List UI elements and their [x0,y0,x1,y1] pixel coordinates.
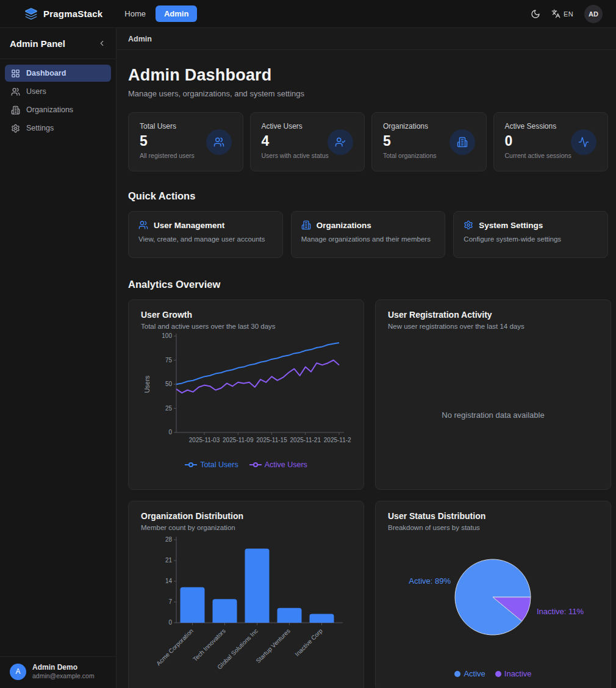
pie-chart-svg: Active: 89%Inactive: 11% [388,531,598,662]
brand-name: PragmaStack [43,9,102,19]
users-icon [11,87,20,96]
stat-card-active-users: Active Users 4 Users with active status [250,112,365,171]
activity-icon [571,129,596,155]
user-status-pie-chart: Active: 89%Inactive: 11%ActiveInactive [388,531,598,681]
svg-text:Inactive: 11%: Inactive: 11% [537,607,584,616]
quick-actions-grid: User Management View, create, and manage… [128,211,608,258]
quick-action-organizations[interactable]: Organizations Manage organizations and t… [291,211,446,258]
legend-item[interactable]: Total Users [185,460,238,469]
sidebar-item-label: Users [26,87,46,96]
language-selector-button[interactable]: EN [551,9,573,18]
analytics-heading: Analytics Overview [128,279,608,290]
registration-activity-chart: No registration data available [388,330,598,479]
user-growth-card: User Growth Total and active users over … [128,299,364,490]
languages-icon [551,9,560,18]
sidebar-user-section[interactable]: A Admin Demo admin@example.com [0,656,116,688]
theme-toggle-button[interactable] [531,9,540,19]
sidebar-item-label: Settings [26,124,54,132]
legend-label: Active [464,669,485,678]
sidebar-item-organizations[interactable]: Organizations [5,101,111,118]
nav-link-admin[interactable]: Admin [156,5,197,22]
sidebar-user-email: admin@example.com [32,672,95,681]
sidebar-title: Admin Panel [10,38,65,49]
legend-dot-icon [454,671,460,677]
quick-action-description: View, create, and manage user accounts [138,235,273,243]
chart-subtitle: Breakdown of users by status [388,524,598,531]
quick-action-description: Configure system-wide settings [464,235,598,243]
layers-logo-icon [24,7,38,21]
svg-text:25: 25 [165,405,173,412]
chart-subtitle: New user registrations over the last 14 … [388,323,598,330]
building-icon [301,220,311,230]
quick-action-title: User Management [154,221,224,230]
svg-text:14: 14 [165,578,173,584]
line-chart-legend: Total UsersActive Users [141,460,351,469]
legend-dot-icon [495,671,501,677]
chart-title: User Growth [141,310,351,320]
legend-item[interactable]: Active Users [249,460,307,469]
svg-text:Acme Corporation: Acme Corporation [155,628,195,667]
sidebar-item-settings[interactable]: Settings [5,120,111,137]
top-navbar: PragmaStack Home Admin EN AD [0,0,616,28]
org-distribution-bar-chart: 07142128Acme CorporationTech InnovatorsG… [141,531,351,681]
svg-text:75: 75 [165,357,173,364]
quick-action-user-management[interactable]: User Management View, create, and manage… [128,211,283,258]
page-title: Admin Dashboard [128,66,608,85]
building-icon [449,129,475,155]
sidebar-item-label: Organizations [26,106,73,114]
svg-text:Inactive Corp: Inactive Corp [293,627,324,658]
empty-state-message: No registration data available [388,410,598,420]
sidebar-item-label: Dashboard [26,69,66,77]
legend-label: Total Users [200,460,238,469]
stat-card-active-sessions: Active Sessions 0 Current active session… [493,112,609,171]
line-chart-svg: 02550751002025-11-032025-11-092025-11-15… [141,330,351,457]
bar-chart-svg: 07142128Acme CorporationTech InnovatorsG… [141,531,351,678]
stat-card-organizations: Organizations 5 Total organizations [371,112,487,171]
svg-text:21: 21 [165,557,173,564]
svg-text:Users: Users [143,375,151,393]
quick-actions-heading: Quick Actions [128,190,608,202]
svg-text:2025-11-27: 2025-11-27 [324,437,351,443]
legend-line-marker-icon [185,462,197,468]
svg-text:50: 50 [165,381,173,387]
nav-link-home[interactable]: Home [118,5,152,22]
chart-title: User Status Distribution [388,511,598,521]
users-icon [138,220,148,230]
language-label: EN [564,10,573,18]
svg-text:2025-11-15: 2025-11-15 [256,437,287,443]
user-growth-line-chart: 02550751002025-11-032025-11-092025-11-15… [141,330,351,479]
main-content: Admin Admin Dashboard Manage users, orga… [116,28,616,688]
gear-icon [11,124,20,133]
svg-text:Tech Innovators: Tech Innovators [192,628,227,663]
sidebar-user-name: Admin Demo [32,663,95,673]
legend-label: Active Users [265,460,307,469]
main-nav: Home Admin [118,5,197,22]
sidebar-item-users[interactable]: Users [5,83,111,100]
sidebar-item-dashboard[interactable]: Dashboard [5,65,111,82]
stats-grid: Total Users 5 All registered users Activ… [128,112,608,171]
svg-text:28: 28 [165,536,173,543]
svg-text:0: 0 [168,429,172,435]
admin-sidebar: Admin Panel Dashboard [0,28,116,688]
users-icon [206,129,232,155]
quick-action-system-settings[interactable]: System Settings Configure system-wide se… [453,211,608,258]
svg-text:2025-11-03: 2025-11-03 [189,437,220,443]
user-avatar-menu[interactable]: AD [584,5,603,23]
moon-icon [531,9,540,19]
legend-item[interactable]: Inactive [495,669,532,678]
navbar-actions: EN AD [531,5,603,23]
legend-item[interactable]: Active [454,669,485,678]
layout-dashboard-icon [11,69,20,78]
quick-action-title: System Settings [479,221,543,230]
quick-action-description: Manage organizations and their members [301,235,435,243]
chart-subtitle: Member count by organization [141,524,351,531]
chart-title: User Registration Activity [388,310,598,320]
pie-chart-legend: ActiveInactive [388,669,598,678]
brand[interactable]: PragmaStack [24,7,102,21]
user-check-icon [328,129,353,155]
sidebar-collapse-button[interactable] [98,39,106,48]
breadcrumb[interactable]: Admin [128,35,152,43]
building-icon [11,106,20,115]
svg-text:7: 7 [168,598,172,605]
chevron-left-icon [98,39,106,48]
